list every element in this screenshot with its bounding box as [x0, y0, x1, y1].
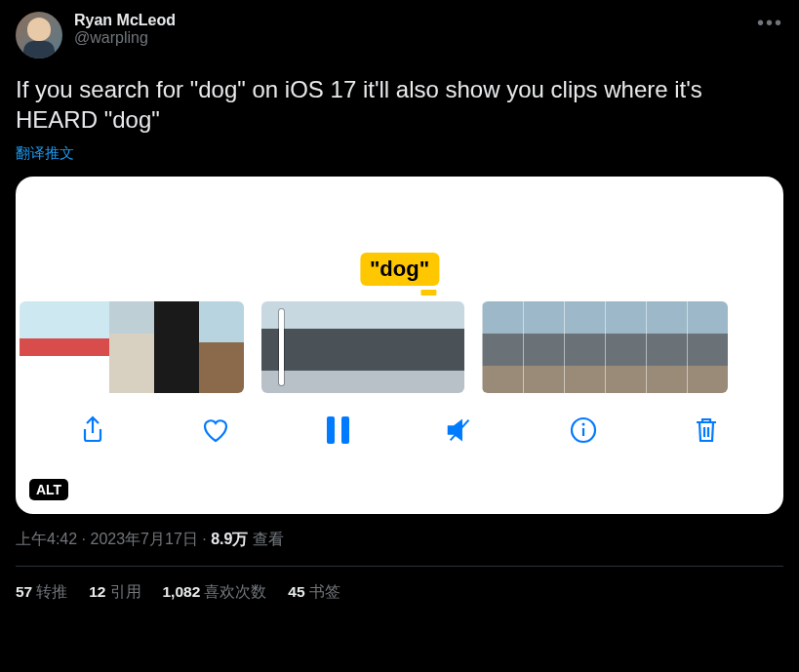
avatar[interactable] [16, 12, 62, 59]
clip-frame [646, 301, 687, 393]
clip-frame [363, 301, 414, 393]
handle: @warpling [74, 29, 176, 47]
clip-frame [20, 301, 64, 393]
video-timeline[interactable] [16, 301, 783, 393]
media-toolbar [16, 393, 783, 465]
search-term-text: "dog" [360, 253, 439, 286]
clip-frame [414, 301, 464, 393]
clip-frame [523, 301, 564, 393]
author-names[interactable]: Ryan McLeod @warpling [74, 12, 176, 47]
likes-stat[interactable]: 1,082喜欢次数 [163, 582, 267, 603]
clip-frame [261, 301, 312, 393]
views-count: 8.9万 [211, 531, 248, 547]
share-icon[interactable] [77, 415, 108, 446]
svg-point-1 [582, 423, 585, 426]
divider [16, 566, 783, 567]
clip-frame [109, 301, 154, 393]
tweet-container: Ryan McLeod @warpling ••• If you search … [0, 0, 799, 614]
clip-frame [482, 301, 523, 393]
quotes-stat[interactable]: 12引用 [89, 582, 140, 603]
media-attachment[interactable]: "dog" [16, 177, 783, 514]
timestamp[interactable]: 上午4:42 [16, 531, 77, 547]
clip-frame [564, 301, 605, 393]
clip-frame [312, 301, 363, 393]
info-icon[interactable] [568, 415, 599, 446]
clip-thumbnail-group[interactable] [20, 301, 244, 393]
display-name: Ryan McLeod [74, 12, 176, 29]
mute-icon[interactable] [445, 415, 476, 446]
clip-thumbnail-group[interactable] [482, 301, 728, 393]
heart-icon[interactable] [200, 415, 231, 446]
date[interactable]: 2023年7月17日 [90, 531, 197, 547]
clip-thumbnail-group-active[interactable] [261, 301, 464, 393]
pause-icon[interactable] [323, 415, 354, 446]
clip-frame [687, 301, 728, 393]
retweets-stat[interactable]: 57转推 [16, 582, 67, 603]
translate-link[interactable]: 翻译推文 [16, 144, 783, 163]
tweet-stats: 57转推 12引用 1,082喜欢次数 45书签 [16, 582, 783, 603]
trash-icon[interactable] [691, 415, 722, 446]
bookmarks-stat[interactable]: 45书签 [288, 582, 340, 603]
clip-frame [64, 301, 109, 393]
clip-frame [154, 301, 199, 393]
alt-badge[interactable]: ALT [29, 479, 68, 500]
tweet-meta: 上午4:42 · 2023年7月17日 · 8.9万 查看 [16, 530, 783, 550]
tweet-header: Ryan McLeod @warpling ••• [16, 12, 783, 59]
badge-marker [421, 290, 437, 296]
clip-frame [199, 301, 244, 393]
more-icon[interactable]: ••• [757, 12, 783, 34]
views-label: 查看 [248, 531, 283, 547]
search-term-badge: "dog" [360, 253, 439, 296]
clip-frame [605, 301, 646, 393]
tweet-text: If you search for "dog" on iOS 17 it'll … [16, 74, 783, 135]
